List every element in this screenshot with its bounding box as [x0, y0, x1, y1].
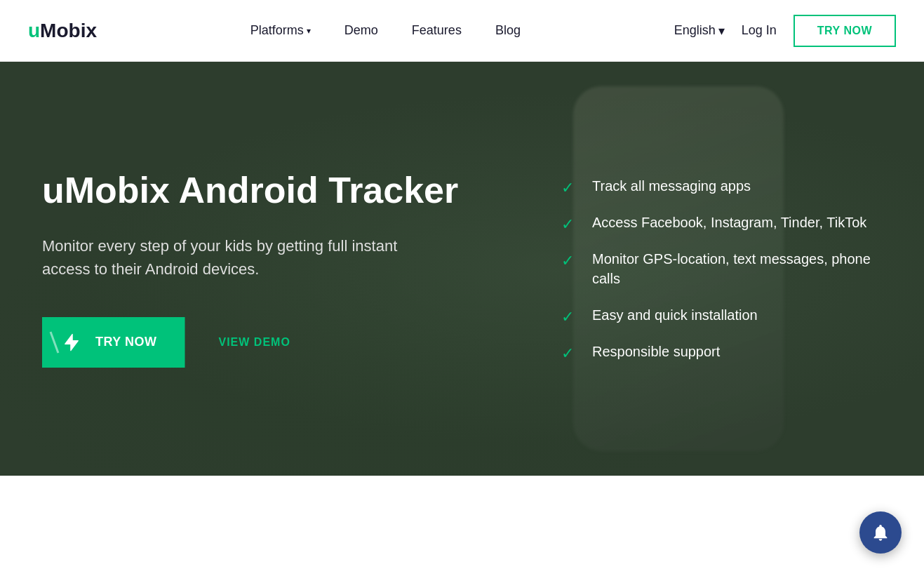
lightning-icon [59, 330, 84, 355]
feature-item-3: ✓ Monitor GPS-location, text messages, p… [561, 249, 882, 288]
feature-item-2: ✓ Access Facebook, Instagram, Tinder, Ti… [561, 213, 882, 232]
bottom-area [0, 476, 924, 576]
hero-left: uMobix Android Tracker Monitor every ste… [42, 170, 519, 368]
hero-buttons: TRY NOW VIEW DEMO [42, 317, 519, 368]
bell-icon [871, 523, 890, 542]
hero-right: ✓ Track all messaging apps ✓ Access Face… [519, 176, 882, 361]
hero-section: uMobix Android Tracker Monitor every ste… [0, 62, 924, 476]
check-icon-3: ✓ [561, 250, 578, 267]
check-icon-2: ✓ [561, 214, 578, 231]
header: uMobix Platforms ▾ Demo Features Blog En… [0, 0, 924, 62]
check-icon-1: ✓ [561, 178, 578, 194]
try-now-hero-button[interactable]: TRY NOW [42, 317, 185, 368]
feature-item-5: ✓ Responsible support [561, 342, 882, 361]
nav-item-features[interactable]: Features [412, 23, 462, 38]
hero-content: uMobix Android Tracker Monitor every ste… [0, 170, 924, 368]
check-icon-4: ✓ [561, 307, 578, 323]
main-nav: Platforms ▾ Demo Features Blog [250, 23, 521, 38]
feature-list: ✓ Track all messaging apps ✓ Access Face… [561, 176, 882, 361]
feature-item-4: ✓ Easy and quick installation [561, 305, 882, 325]
view-demo-link[interactable]: VIEW DEMO [219, 336, 290, 349]
feature-item-1: ✓ Track all messaging apps [561, 176, 882, 196]
logo-prefix: u [28, 20, 40, 41]
hero-title: uMobix Android Tracker [42, 170, 519, 212]
logo[interactable]: uMobix [28, 20, 97, 42]
logo-name: Mobix [40, 20, 97, 41]
hero-subtitle: Monitor every step of your kids by getti… [42, 234, 435, 281]
nav-right: English ▾ Log In TRY NOW [674, 15, 896, 47]
lang-chevron-icon: ▾ [718, 23, 725, 39]
nav-item-blog[interactable]: Blog [495, 23, 521, 38]
language-selector[interactable]: English ▾ [674, 23, 725, 39]
nav-item-platforms[interactable]: Platforms ▾ [250, 23, 311, 38]
check-icon-5: ✓ [561, 343, 578, 360]
login-button[interactable]: Log In [742, 23, 777, 38]
chevron-down-icon: ▾ [307, 26, 311, 36]
nav-item-demo[interactable]: Demo [344, 23, 378, 38]
try-now-header-button[interactable]: TRY NOW [794, 15, 896, 47]
notification-bell-button[interactable] [859, 511, 902, 554]
